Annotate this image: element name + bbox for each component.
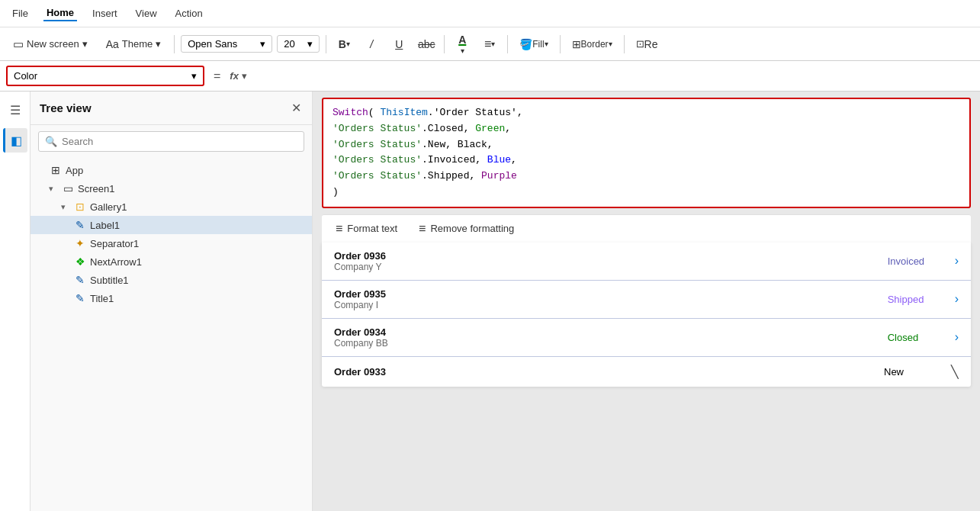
reorder-button[interactable]: ⊡ Re bbox=[631, 34, 664, 55]
gallery-arrow-0934[interactable]: › bbox=[955, 330, 959, 344]
menu-action[interactable]: Action bbox=[172, 6, 206, 21]
gallery-icon: ⊡ bbox=[73, 201, 87, 213]
border-icon: ⊞ bbox=[572, 38, 581, 50]
hamburger-icon[interactable]: ☰ bbox=[3, 98, 27, 122]
font-size-chevron-icon: ▾ bbox=[307, 38, 313, 50]
align-chevron-icon: ▾ bbox=[491, 40, 495, 48]
gallery-arrow-dark-0933: ╲ bbox=[951, 365, 959, 379]
tree-close-button[interactable]: ✕ bbox=[290, 99, 303, 117]
tree-item-gallery1[interactable]: ▾ ⊡ Gallery1 bbox=[31, 198, 312, 216]
font-color-button[interactable]: A ▾ bbox=[451, 34, 474, 55]
bold-chevron-icon: ▾ bbox=[346, 40, 350, 48]
screen-icon: ▭ bbox=[61, 182, 75, 194]
property-chevron-icon: ▾ bbox=[191, 70, 197, 82]
formula-line-5: 'Orders Status'.Shipped, Purple bbox=[333, 169, 960, 185]
reorder-icon: ⊡ bbox=[636, 38, 644, 50]
order-status-0933: New bbox=[884, 366, 945, 378]
property-bar: Color ▾ = fx ▾ bbox=[0, 61, 980, 92]
border-button[interactable]: ⊞ Border ▾ bbox=[567, 34, 618, 55]
format-text-icon: ≡ bbox=[336, 222, 342, 236]
formula-line-6: ) bbox=[333, 185, 960, 201]
toolbar-separator-6 bbox=[624, 35, 625, 53]
underline-button[interactable]: U bbox=[387, 34, 410, 55]
menu-file[interactable]: File bbox=[9, 6, 31, 21]
gallery-arrow-0935[interactable]: › bbox=[955, 292, 959, 306]
title-icon: ✎ bbox=[73, 292, 87, 304]
theme-chevron-icon: ▾ bbox=[156, 38, 161, 50]
main-layout: ☰ ◧ Tree view ✕ 🔍 ⊞ App ▾ ▭ Screen1 bbox=[0, 92, 980, 511]
font-selector[interactable]: Open Sans ▾ bbox=[181, 35, 272, 53]
formula-line-4: 'Orders Status'.Invoiced, Blue, bbox=[333, 153, 960, 169]
bold-button[interactable]: B ▾ bbox=[333, 34, 355, 55]
toolbar-separator-4 bbox=[507, 35, 508, 53]
fill-chevron-icon: ▾ bbox=[545, 40, 548, 48]
tree-item-nextarrow1[interactable]: ❖ NextArrow1 bbox=[31, 252, 312, 271]
tree-panel: Tree view ✕ 🔍 ⊞ App ▾ ▭ Screen1 ▾ ⊡ bbox=[31, 92, 313, 511]
menu-view[interactable]: View bbox=[133, 6, 160, 21]
fill-button[interactable]: 🪣 Fill ▾ bbox=[514, 34, 553, 55]
toolbar-separator-1 bbox=[174, 35, 175, 53]
subtitle-icon: ✎ bbox=[73, 274, 87, 286]
formula-line-2: 'Orders Status'.Closed, Green, bbox=[333, 121, 960, 137]
screen1-expand-icon: ▾ bbox=[49, 184, 58, 194]
separator-icon: ✦ bbox=[73, 237, 87, 249]
tree-item-subtitle1[interactable]: ✎ Subtitle1 bbox=[31, 271, 312, 289]
border-chevron-icon: ▾ bbox=[609, 40, 612, 48]
search-icon: 🔍 bbox=[45, 136, 57, 147]
menu-bar: File Home Insert View Action bbox=[0, 0, 980, 27]
menu-home[interactable]: Home bbox=[43, 5, 77, 21]
theme-icon: Aa bbox=[106, 38, 119, 50]
sidebar-narrow: ☰ ◧ bbox=[0, 92, 31, 511]
formula-editor[interactable]: Switch( ThisItem.'Order Status', 'Orders… bbox=[322, 98, 971, 208]
app-icon: ⊞ bbox=[49, 164, 63, 176]
formula-line-1: Switch( ThisItem.'Order Status', bbox=[333, 105, 960, 121]
menu-insert[interactable]: Insert bbox=[89, 6, 120, 21]
fx-label: fx bbox=[230, 70, 239, 82]
gallery-preview: Order 0936 Company Y Invoiced › Order 09… bbox=[322, 243, 971, 387]
fx-bar: fx ▾ bbox=[230, 70, 247, 82]
label1-icon: ✎ bbox=[73, 219, 87, 231]
order-company-0935: Company I bbox=[334, 300, 882, 310]
gallery-arrow-0936[interactable]: › bbox=[955, 254, 959, 268]
font-color-chevron-icon: ▾ bbox=[461, 47, 464, 55]
property-dropdown[interactable]: Color ▾ bbox=[6, 66, 204, 86]
toolbar-separator-2 bbox=[326, 35, 326, 53]
theme-button[interactable]: Aa Theme ▾ bbox=[99, 34, 169, 54]
strikethrough-button[interactable]: abc bbox=[415, 34, 438, 55]
format-text-button[interactable]: ≡ Format text bbox=[331, 220, 402, 238]
gallery-row-0934[interactable]: Order 0934 Company BB Closed › bbox=[322, 319, 971, 357]
gallery-row-0935[interactable]: Order 0935 Company I Shipped › bbox=[322, 281, 971, 319]
tree-item-app[interactable]: ⊞ App bbox=[31, 161, 312, 179]
fill-icon: 🪣 bbox=[519, 38, 532, 50]
equals-sign: = bbox=[210, 69, 223, 83]
order-info-0936: Order 0936 Company Y bbox=[334, 250, 882, 272]
tree-header: Tree view ✕ bbox=[31, 92, 312, 125]
order-company-0934: Company BB bbox=[334, 338, 882, 349]
remove-formatting-button[interactable]: ≡ Remove formatting bbox=[414, 220, 519, 238]
tree-item-title1[interactable]: ✎ Title1 bbox=[31, 289, 312, 307]
align-button[interactable]: ≡ ▾ bbox=[478, 34, 501, 55]
nextarrow-icon: ❖ bbox=[73, 256, 87, 268]
gallery-row-0936[interactable]: Order 0936 Company Y Invoiced › bbox=[322, 243, 971, 281]
tree-title: Tree view bbox=[40, 101, 92, 114]
formula-line-3: 'Orders Status'.New, Black, bbox=[333, 137, 960, 153]
font-size-selector[interactable]: 20 ▾ bbox=[277, 35, 320, 53]
layers-icon[interactable]: ◧ bbox=[3, 128, 27, 153]
new-screen-button[interactable]: ▭ New screen ▾ bbox=[6, 34, 95, 55]
tree-item-label1[interactable]: ✎ Label1 bbox=[31, 216, 312, 234]
order-number-0934: Order 0934 bbox=[334, 326, 882, 338]
tree-item-screen1[interactable]: ▾ ▭ Screen1 bbox=[31, 179, 312, 198]
order-status-0934: Closed bbox=[888, 332, 949, 343]
gallery-row-0933[interactable]: Order 0933 New ╲ bbox=[322, 357, 971, 387]
order-info-0934: Order 0934 Company BB bbox=[334, 326, 882, 349]
order-number-0935: Order 0935 bbox=[334, 288, 882, 300]
tree-item-separator1[interactable]: ✦ Separator1 bbox=[31, 234, 312, 252]
toolbar-separator-3 bbox=[444, 35, 445, 53]
new-screen-chevron-icon: ▾ bbox=[82, 38, 88, 50]
order-status-0936: Invoiced bbox=[888, 256, 949, 267]
tree-search-container: 🔍 bbox=[38, 131, 304, 152]
order-info-0933: Order 0933 bbox=[334, 366, 878, 378]
search-input[interactable] bbox=[62, 136, 297, 147]
italic-button[interactable]: / bbox=[360, 34, 383, 55]
format-toolbar: ≡ Format text ≡ Remove formatting bbox=[322, 214, 971, 243]
